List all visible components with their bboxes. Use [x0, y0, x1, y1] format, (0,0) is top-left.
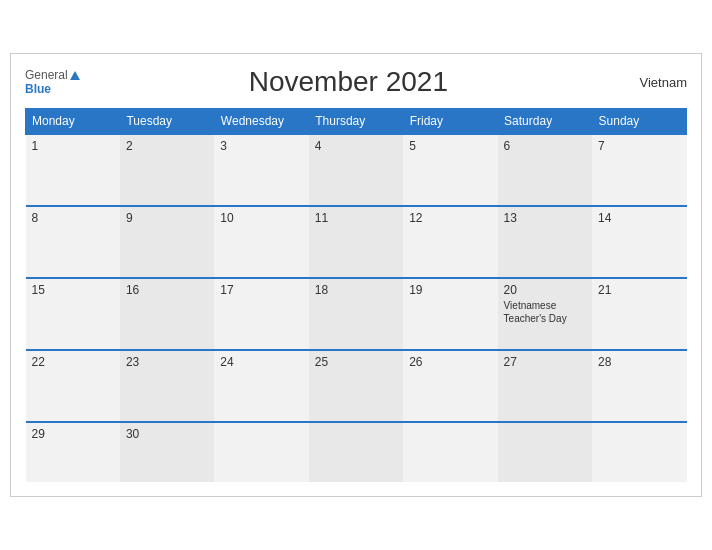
day-number: 23 [126, 355, 208, 369]
day-number: 9 [126, 211, 208, 225]
weekday-header-tuesday: Tuesday [120, 109, 214, 135]
calendar-week-row: 2930 [26, 422, 687, 482]
day-number: 29 [32, 427, 114, 441]
day-number: 26 [409, 355, 491, 369]
day-number: 15 [32, 283, 114, 297]
day-number: 8 [32, 211, 114, 225]
calendar-cell [309, 422, 403, 482]
calendar-cell: 16 [120, 278, 214, 350]
calendar-cell: 22 [26, 350, 120, 422]
weekday-header-thursday: Thursday [309, 109, 403, 135]
logo-general-text: General [25, 68, 68, 82]
event-text: Teacher's Day [504, 312, 586, 325]
day-number: 30 [126, 427, 208, 441]
calendar-cell: 9 [120, 206, 214, 278]
day-number: 19 [409, 283, 491, 297]
country-label: Vietnam [617, 75, 687, 90]
day-number: 3 [220, 139, 302, 153]
day-number: 1 [32, 139, 114, 153]
calendar-cell: 30 [120, 422, 214, 482]
calendar-cell: 2 [120, 134, 214, 206]
calendar-cell: 26 [403, 350, 497, 422]
calendar-cell: 27 [498, 350, 592, 422]
calendar-cell: 24 [214, 350, 308, 422]
day-number: 13 [504, 211, 586, 225]
logo-blue-text: Blue [25, 82, 51, 96]
calendar-title: November 2021 [80, 66, 617, 98]
day-number: 6 [504, 139, 586, 153]
calendar-grid: MondayTuesdayWednesdayThursdayFridaySatu… [25, 108, 687, 482]
calendar-cell: 20VietnameseTeacher's Day [498, 278, 592, 350]
day-number: 12 [409, 211, 491, 225]
day-number: 10 [220, 211, 302, 225]
day-number: 25 [315, 355, 397, 369]
calendar-cell: 3 [214, 134, 308, 206]
calendar-week-row: 891011121314 [26, 206, 687, 278]
day-number: 28 [598, 355, 680, 369]
calendar-cell: 14 [592, 206, 686, 278]
day-number: 22 [32, 355, 114, 369]
calendar-cell: 4 [309, 134, 403, 206]
day-number: 7 [598, 139, 680, 153]
weekday-header-sunday: Sunday [592, 109, 686, 135]
logo-triangle-icon [70, 71, 80, 80]
calendar-cell: 13 [498, 206, 592, 278]
calendar-cell: 23 [120, 350, 214, 422]
weekday-header-monday: Monday [26, 109, 120, 135]
calendar-week-row: 1234567 [26, 134, 687, 206]
calendar-cell: 7 [592, 134, 686, 206]
calendar-cell: 1 [26, 134, 120, 206]
calendar-cell: 25 [309, 350, 403, 422]
event-text: Vietnamese [504, 299, 586, 312]
calendar-week-row: 22232425262728 [26, 350, 687, 422]
calendar-cell [403, 422, 497, 482]
weekday-header-saturday: Saturday [498, 109, 592, 135]
calendar-cell [498, 422, 592, 482]
calendar-thead: MondayTuesdayWednesdayThursdayFridaySatu… [26, 109, 687, 135]
day-number: 18 [315, 283, 397, 297]
day-number: 27 [504, 355, 586, 369]
weekday-header-friday: Friday [403, 109, 497, 135]
calendar-header: General Blue November 2021 Vietnam [25, 66, 687, 98]
day-number: 16 [126, 283, 208, 297]
day-number: 24 [220, 355, 302, 369]
calendar-cell: 18 [309, 278, 403, 350]
calendar-cell [214, 422, 308, 482]
calendar-cell: 21 [592, 278, 686, 350]
day-number: 5 [409, 139, 491, 153]
day-number: 4 [315, 139, 397, 153]
calendar-cell: 12 [403, 206, 497, 278]
calendar-cell: 15 [26, 278, 120, 350]
calendar-cell: 28 [592, 350, 686, 422]
calendar-cell: 11 [309, 206, 403, 278]
calendar-cell: 8 [26, 206, 120, 278]
weekday-header-wednesday: Wednesday [214, 109, 308, 135]
weekday-header-row: MondayTuesdayWednesdayThursdayFridaySatu… [26, 109, 687, 135]
calendar-cell: 6 [498, 134, 592, 206]
day-number: 20 [504, 283, 586, 297]
day-number: 2 [126, 139, 208, 153]
calendar-cell: 10 [214, 206, 308, 278]
calendar-cell [592, 422, 686, 482]
day-number: 14 [598, 211, 680, 225]
calendar-container: General Blue November 2021 Vietnam Monda… [10, 53, 702, 497]
calendar-cell: 17 [214, 278, 308, 350]
calendar-week-row: 151617181920VietnameseTeacher's Day21 [26, 278, 687, 350]
logo-area: General Blue [25, 68, 80, 96]
day-number: 11 [315, 211, 397, 225]
calendar-cell: 29 [26, 422, 120, 482]
calendar-cell: 5 [403, 134, 497, 206]
calendar-body: 1234567891011121314151617181920Vietnames… [26, 134, 687, 482]
calendar-cell: 19 [403, 278, 497, 350]
day-number: 21 [598, 283, 680, 297]
logo-row: General [25, 68, 80, 82]
day-number: 17 [220, 283, 302, 297]
